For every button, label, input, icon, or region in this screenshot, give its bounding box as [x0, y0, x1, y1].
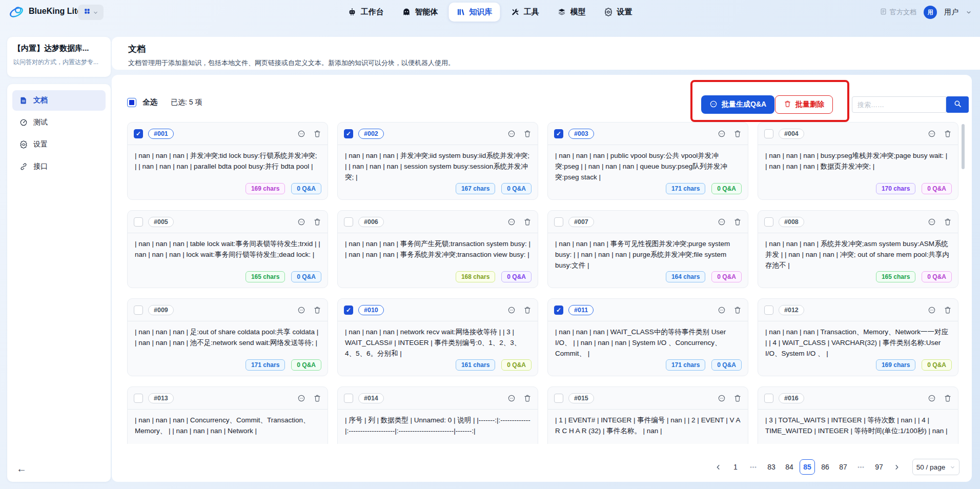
nav-item-robot[interactable]: 工作台 — [340, 3, 392, 22]
scrollbar-thumb[interactable] — [962, 124, 965, 169]
batch-delete-button[interactable]: 批量删除 — [775, 95, 833, 114]
sidebar-item-doc[interactable]: 文档 — [12, 90, 106, 111]
card-header: #012 — [758, 299, 958, 321]
generate-qa-icon[interactable] — [718, 218, 726, 226]
card-header: ✓#002 — [338, 123, 538, 145]
doc-card: #008| nan | nan | nan | 系统并发冲突;asm syste… — [758, 210, 958, 288]
generate-qa-icon[interactable] — [928, 394, 936, 402]
card-checkbox[interactable]: ✓ — [344, 129, 353, 138]
card-checkbox[interactable] — [344, 394, 353, 403]
search-button[interactable] — [946, 96, 969, 113]
card-checkbox[interactable] — [554, 217, 563, 227]
sidebar-item-gauge[interactable]: 测试 — [12, 112, 106, 133]
select-all-checkbox[interactable] — [127, 98, 136, 107]
page-number[interactable]: 86 — [818, 459, 833, 475]
trash-icon[interactable] — [733, 130, 742, 138]
qa-badge: 0 Q&A — [711, 183, 742, 194]
generate-qa-icon[interactable] — [507, 218, 516, 226]
trash-icon[interactable] — [313, 218, 321, 226]
card-actions — [718, 394, 742, 402]
trash-icon[interactable] — [944, 218, 952, 226]
main-panel: 全选 已选: 5 项 批量生成Q&A 批量删除 ✓#001| nan | nan… — [112, 75, 972, 482]
sidebar-item-gear[interactable]: 设置 — [12, 134, 106, 155]
card-text: | nan | nan | nan | 并发冲突;iid system busy… — [338, 145, 538, 183]
card-actions — [928, 218, 952, 226]
generate-qa-icon[interactable] — [297, 130, 305, 138]
doc-card: #007| nan | nan | nan | 事务可见性视图并发冲突;purg… — [547, 210, 748, 288]
card-checkbox[interactable] — [764, 394, 773, 403]
page-number[interactable]: 83 — [764, 459, 779, 475]
page-number[interactable]: 87 — [835, 459, 851, 475]
trash-icon[interactable] — [523, 218, 532, 226]
nav-item-agent[interactable]: 智能体 — [395, 3, 446, 22]
trash-icon[interactable] — [523, 394, 532, 402]
chevron-down-icon — [950, 464, 955, 470]
card-text: | nan | nan | nan | network recv wait:网络… — [338, 321, 538, 359]
card-checkbox[interactable]: ✓ — [134, 129, 143, 138]
generate-qa-icon[interactable] — [297, 218, 305, 226]
trash-icon[interactable] — [523, 306, 532, 314]
generate-qa-icon[interactable] — [297, 306, 305, 314]
trash-icon[interactable] — [944, 394, 952, 402]
trash-icon[interactable] — [944, 130, 952, 138]
generate-qa-icon[interactable] — [928, 306, 936, 314]
card-checkbox[interactable]: ✓ — [344, 305, 353, 315]
trash-icon[interactable] — [733, 394, 742, 402]
trash-icon[interactable] — [313, 394, 321, 402]
card-checkbox[interactable] — [764, 305, 773, 315]
page-size-select[interactable]: 50 / page — [912, 459, 959, 475]
generate-qa-icon[interactable] — [297, 394, 305, 402]
card-checkbox[interactable] — [764, 129, 773, 138]
card-badges: 171 chars0 Q&A — [666, 183, 742, 194]
card-checkbox[interactable] — [134, 394, 143, 403]
generate-qa-icon[interactable] — [718, 306, 726, 314]
search-input[interactable] — [852, 96, 946, 113]
trash-icon[interactable] — [313, 130, 321, 138]
generate-qa-icon[interactable] — [718, 130, 726, 138]
generate-qa-icon[interactable] — [928, 130, 936, 138]
trash-icon[interactable] — [733, 218, 742, 226]
back-arrow-button[interactable]: ← — [16, 463, 27, 475]
card-checkbox[interactable]: ✓ — [554, 305, 563, 315]
trash-icon[interactable] — [313, 306, 321, 314]
nav-item-model[interactable]: 模型 — [550, 3, 594, 22]
page-number[interactable]: 97 — [871, 459, 887, 475]
trash-icon[interactable] — [944, 306, 952, 314]
generate-qa-icon[interactable] — [507, 306, 516, 314]
card-checkbox[interactable] — [134, 217, 143, 227]
trash-icon[interactable] — [523, 130, 532, 138]
card-checkbox[interactable] — [554, 394, 563, 403]
page-number-active[interactable]: 85 — [800, 459, 815, 475]
page-ellipsis[interactable]: ••• — [853, 459, 869, 475]
sidebar-item-link[interactable]: 接口 — [12, 156, 106, 177]
trash-icon[interactable] — [733, 306, 742, 314]
chevron-down-icon[interactable] — [966, 9, 972, 15]
chars-badge: 170 chars — [876, 183, 915, 194]
card-checkbox[interactable]: ✓ — [554, 129, 563, 138]
user-name[interactable]: 用户 — [944, 8, 958, 17]
official-docs-link[interactable]: 官方文档 — [880, 8, 916, 17]
card-checkbox[interactable] — [344, 217, 353, 227]
page-description: 文档管理用于添加新知识，包括本地文件、网页链接或自定义文本。新添加的知识可以分块… — [128, 58, 964, 68]
nav-item-label: 智能体 — [415, 7, 438, 17]
prev-page-button[interactable] — [711, 459, 725, 475]
card-checkbox[interactable] — [764, 217, 773, 227]
nav-item-tools[interactable]: 工具 — [503, 3, 547, 22]
chars-badge: 165 chars — [876, 271, 915, 282]
next-page-button[interactable] — [889, 459, 904, 475]
nav-item-gear[interactable]: 设置 — [597, 3, 640, 22]
generate-qa-icon[interactable] — [507, 130, 516, 138]
card-checkbox[interactable] — [134, 305, 143, 315]
doc-card: #012| nan | nan | nan | Transaction、Memo… — [758, 298, 958, 376]
qa-badge: 0 Q&A — [291, 271, 321, 282]
batch-generate-qa-button[interactable]: 批量生成Q&A — [701, 95, 774, 114]
generate-qa-icon[interactable] — [718, 394, 726, 402]
page-number[interactable]: 1 — [728, 459, 743, 475]
generate-qa-icon[interactable] — [928, 218, 936, 226]
page-number[interactable]: 84 — [782, 459, 797, 475]
page-ellipsis[interactable]: ••• — [746, 459, 761, 475]
avatar[interactable]: 用 — [924, 6, 937, 19]
app-switcher-button[interactable] — [78, 5, 104, 20]
generate-qa-icon[interactable] — [507, 394, 516, 402]
nav-item-library[interactable]: 知识库 — [449, 3, 500, 22]
